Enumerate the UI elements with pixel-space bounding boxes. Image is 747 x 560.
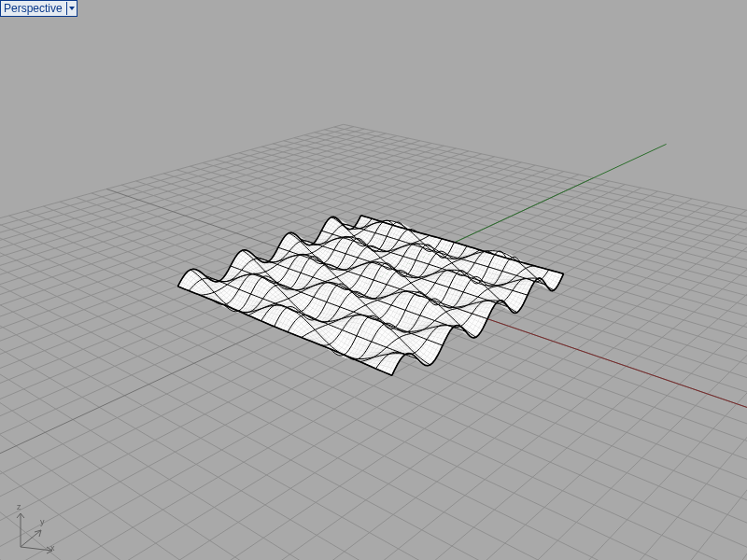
svg-marker-0: [69, 7, 75, 10]
viewport-title-menu[interactable]: Perspective: [0, 0, 78, 17]
viewport-title-text: Perspective: [1, 1, 66, 16]
viewport-dropdown-icon[interactable]: [67, 2, 77, 15]
viewport-canvas[interactable]: [0, 0, 747, 560]
viewport[interactable]: Perspective z y x: [0, 0, 747, 560]
